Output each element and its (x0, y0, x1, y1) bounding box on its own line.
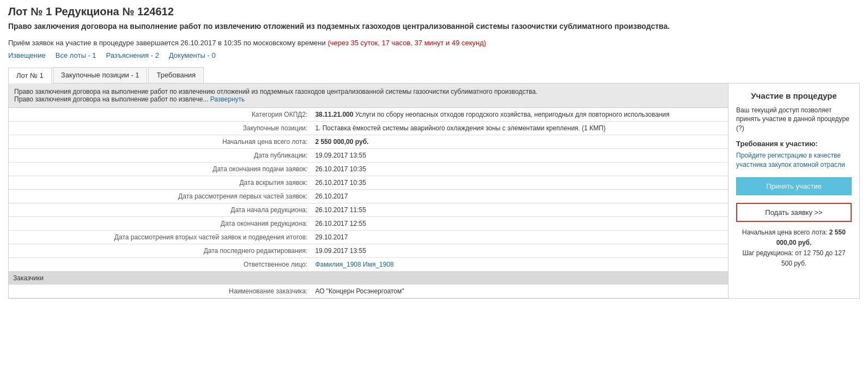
table-row: Дата вскрытия заявок:26.10.2017 10:35 (9, 176, 728, 189)
field-label: Дата вскрытия заявок: (9, 176, 311, 189)
field-value: 26.10.2017 (311, 189, 728, 203)
customer-label: Наименование заказчика: (9, 285, 311, 298)
field-label: Дата рассмотрения первых частей заявок: (9, 189, 311, 203)
field-value: 29.10.2017 (311, 230, 728, 244)
right-panel: Участие в процедуре Ваш текущий доступ п… (729, 83, 859, 298)
table-row: Дата начала редукциона:26.10.2017 11:55 (9, 203, 728, 216)
step-text: Шаг редукциона: от 12 750 до 127 500 руб… (742, 249, 845, 267)
table-row: Ответственное лицо:Фамилия_1908 Имя_1908 (9, 257, 728, 271)
field-value: 19.09.2017 13:55 (311, 148, 728, 162)
customer-value: АО "Концерн Росэнергоатом" (311, 285, 728, 298)
nav-link-explanations[interactable]: Разъяснения - 2 (106, 51, 159, 59)
field-label: Дата начала редукциона: (9, 203, 311, 216)
description-line1: Право заключения договора на выполнение … (14, 88, 537, 95)
description-line2: Право заключения договора на выполнение … (14, 95, 208, 103)
participation-text: Ваш текущий доступ позволяет принять уча… (736, 106, 852, 133)
field-value: 19.09.2017 13:55 (311, 244, 728, 257)
nav-link-notice[interactable]: Извещение (8, 51, 46, 59)
customer-table: Наименование заказчика: АО "Концерн Росэ… (9, 285, 728, 298)
table-row: Дата окончания редукциона:26.10.2017 12:… (9, 216, 728, 230)
main-layout: Право заключения договора на выполнение … (8, 83, 860, 299)
btn-participate[interactable]: Принять участие (736, 177, 852, 195)
requirements-title: Требования к участию: (736, 140, 852, 148)
field-label: Ответственное лицо: (9, 257, 311, 271)
top-nav: Извещение Все лоты - 1 Разъяснения - 2 Д… (8, 51, 860, 59)
field-value: Фамилия_1908 Имя_1908 (311, 257, 728, 271)
table-row: Дата рассмотрения вторых частей заявок и… (9, 230, 728, 244)
field-value: 26.10.2017 11:55 (311, 203, 728, 216)
field-value: 26.10.2017 12:55 (311, 216, 728, 230)
field-value: 2 550 000,00 руб. (311, 135, 728, 148)
field-label: Дата окончания редукциона: (9, 216, 311, 230)
field-label: Дата окончания подачи заявок: (9, 162, 311, 176)
nav-link-lots[interactable]: Все лоты - 1 (56, 51, 96, 59)
tab-lot1[interactable]: Лот № 1 (8, 68, 52, 83)
tabs-container: Лот № 1 Закупочные позиции - 1 Требовани… (8, 67, 860, 83)
field-value: 1. Поставка ёмкостей системы аварийного … (311, 121, 728, 135)
table-row: Дата рассмотрения первых частей заявок:2… (9, 189, 728, 203)
table-row: Дата последнего редактирования:19.09.201… (9, 244, 728, 257)
field-value: 26.10.2017 10:35 (311, 162, 728, 176)
table-row: Начальная цена всего лота:2 550 000,00 р… (9, 135, 728, 148)
reception-line: Приём заявок на участие в процедуре заве… (8, 39, 860, 47)
page-subtitle: Право заключения договора на выполнение … (8, 21, 860, 32)
page-title: Лот № 1 Редукциона № 124612 (8, 5, 860, 18)
price-label: Начальная цена всего лота: (742, 228, 829, 236)
btn-submit[interactable]: Подать заявку >> (736, 203, 852, 222)
description-box: Право заключения договора на выполнение … (9, 83, 728, 108)
table-row: Закупочные позиции:1. Поставка ёмкостей … (9, 121, 728, 135)
field-label: Категория ОКПД2: (9, 108, 311, 122)
expand-link[interactable]: Развернуть (210, 95, 245, 103)
table-row: Категория ОКПД2:38.11.21.000 Услуги по с… (9, 108, 728, 122)
field-label: Дата рассмотрения вторых частей заявок и… (9, 230, 311, 244)
left-panel: Право заключения договора на выполнение … (9, 83, 729, 298)
price-info: Начальная цена всего лота: 2 550 000,00 … (736, 227, 852, 269)
field-label: Начальная цена всего лота: (9, 135, 311, 148)
field-label: Дата последнего редактирования: (9, 244, 311, 257)
field-label: Закупочные позиции: (9, 121, 311, 135)
table-row: Дата окончания подачи заявок:26.10.2017 … (9, 162, 728, 176)
tab-requirements[interactable]: Требования (148, 67, 204, 83)
field-value: 38.11.21.000 Услуги по сбору неопасных о… (311, 108, 728, 122)
customer-row: Наименование заказчика: АО "Концерн Росэ… (9, 285, 728, 298)
field-value: 26.10.2017 10:35 (311, 176, 728, 189)
requirements-link[interactable]: Пройдите регистрацию в качестве участник… (736, 151, 852, 170)
reception-text: Приём заявок на участие в процедуре заве… (8, 39, 326, 47)
page-container: Лот № 1 Редукциона № 124612 Право заключ… (0, 0, 868, 304)
reception-red: (через 35 суток, 17 часов, 37 минут и 49… (327, 39, 486, 47)
participation-title: Участие в процедуре (736, 91, 852, 100)
data-table: Категория ОКПД2:38.11.21.000 Услуги по с… (9, 108, 728, 272)
tab-positions[interactable]: Закупочные позиции - 1 (53, 67, 148, 83)
field-label: Дата публикации: (9, 148, 311, 162)
section-customers: Заказчики (9, 272, 728, 285)
table-row: Дата публикации:19.09.2017 13:55 (9, 148, 728, 162)
nav-link-docs[interactable]: Документы - 0 (169, 51, 216, 59)
